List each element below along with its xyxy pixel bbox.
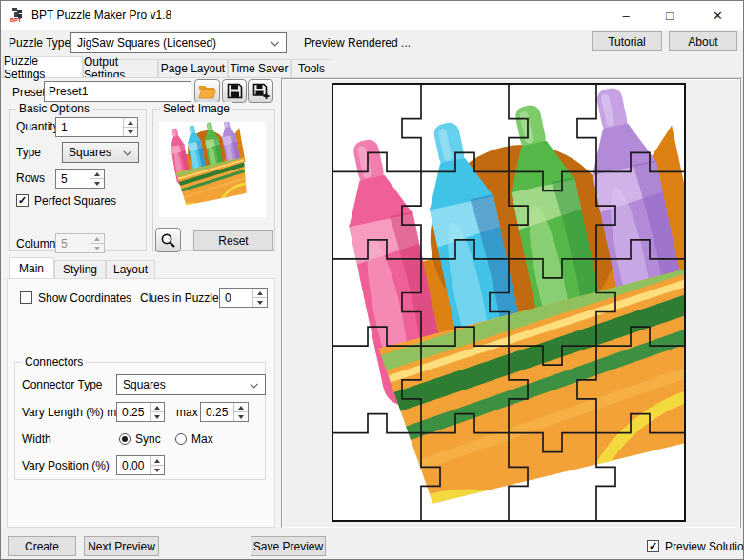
puzzle-type-select[interactable]: JigSaw Squares (Licensed): [70, 32, 287, 53]
width-max-radio[interactable]: [175, 433, 187, 445]
vary-length-min-label: Vary Length (%) min: [22, 406, 126, 419]
quantity-spin-buttons[interactable]: [123, 118, 137, 136]
preview-panel: [281, 78, 741, 529]
vary-position-value: 0.00: [122, 459, 144, 472]
quantity-label: Quantity: [16, 120, 59, 133]
app-icon: BPT: [10, 7, 26, 23]
close-button[interactable]: ✕: [692, 1, 744, 30]
width-label: Width: [22, 432, 51, 446]
clues-stepper[interactable]: 0: [219, 288, 268, 308]
tab-time-saver[interactable]: Time Saver: [228, 59, 291, 77]
vary-length-max-value: 0.25: [206, 406, 228, 419]
columns-spin-buttons: [90, 234, 104, 252]
clues-spin-buttons[interactable]: [252, 289, 267, 307]
tab-layout[interactable]: Layout: [106, 260, 155, 278]
type-label: Type: [16, 146, 41, 159]
maximize-button[interactable]: □: [648, 1, 692, 30]
rows-value: 5: [61, 172, 68, 186]
rows-label: Rows: [16, 171, 45, 185]
svg-text:BPT: BPT: [10, 17, 22, 23]
clues-value: 0: [225, 291, 231, 305]
vary-position-spin-buttons[interactable]: [150, 456, 164, 474]
about-button[interactable]: About: [669, 31, 737, 51]
perfect-squares-checkbox[interactable]: ✓: [16, 194, 29, 207]
quantity-value: 1: [61, 121, 68, 134]
type-value: Squares: [69, 146, 111, 159]
chevron-down-icon: [271, 38, 278, 46]
type-select[interactable]: Squares: [62, 142, 139, 163]
reset-image-button[interactable]: Reset: [193, 230, 273, 251]
connector-type-label: Connector Type: [22, 378, 103, 391]
chevron-down-icon: [250, 380, 257, 388]
vary-position-stepper[interactable]: 0.00: [116, 455, 165, 475]
tab-page-layout[interactable]: Page Layout: [158, 59, 228, 77]
tab-tools[interactable]: Tools: [291, 59, 332, 77]
save-preset-as-button[interactable]: [248, 79, 273, 103]
connectors-title: Connectors: [22, 355, 86, 369]
tutorial-button[interactable]: Tutorial: [592, 31, 662, 51]
preset-input[interactable]: [44, 81, 191, 102]
zoom-image-button[interactable]: [155, 228, 181, 252]
status-text: Preview Rendered ...: [304, 36, 411, 50]
preview-solution-label: Preview Solution: [665, 540, 744, 553]
width-max-label: Max: [191, 432, 213, 446]
puzzle-settings-page: Preset Basic Options: [1, 77, 744, 528]
rows-spin-buttons[interactable]: [90, 170, 104, 188]
show-coordinates-checkbox[interactable]: ✓: [20, 291, 32, 304]
magnifier-icon: [160, 232, 176, 249]
show-coordinates-label: Show Coordinates: [38, 291, 131, 305]
chevron-down-icon: [123, 148, 131, 155]
vary-length-max-stepper[interactable]: 0.25: [200, 402, 249, 422]
tab-puzzle-settings[interactable]: Puzzle Settings: [3, 56, 83, 77]
create-button[interactable]: Create: [8, 536, 76, 556]
width-sync-label: Sync: [135, 432, 161, 446]
save-as-icon: [252, 83, 270, 100]
puzzle-type-label: Puzzle Type: [9, 36, 70, 50]
connector-type-value: Squares: [123, 378, 166, 391]
width-sync-radio[interactable]: [119, 433, 131, 445]
max-spin-buttons[interactable]: [233, 403, 248, 421]
app-window: BPT BPT Puzzle Maker Pro v1.8 – □ ✕ Puzz…: [0, 0, 744, 560]
columns-value: 5: [61, 237, 68, 250]
image-thumbnail[interactable]: [159, 122, 266, 217]
vary-length-min-value: 0.25: [122, 406, 144, 419]
footer-bar: Create Next Preview Save Preview ✓ Previ…: [1, 528, 744, 560]
title-bar: BPT BPT Puzzle Maker Pro v1.8 – □ ✕: [1, 1, 743, 30]
min-spin-buttons[interactable]: [150, 403, 164, 421]
vary-length-min-stepper[interactable]: 0.25: [116, 402, 165, 422]
puzzle-preview: [332, 83, 686, 522]
quantity-stepper[interactable]: 1: [55, 117, 138, 137]
vary-length-max-label: max: [176, 406, 198, 419]
window-title: BPT Puzzle Maker Pro v1.8: [31, 1, 171, 30]
puzzle-type-value: JigSaw Squares (Licensed): [77, 36, 216, 50]
connector-type-select[interactable]: Squares: [116, 374, 266, 395]
next-preview-button[interactable]: Next Preview: [84, 536, 159, 556]
tab-main[interactable]: Main: [9, 257, 54, 278]
open-preset-button[interactable]: [194, 79, 220, 103]
vary-position-label: Vary Position (%): [22, 459, 110, 472]
save-preview-button[interactable]: Save Preview: [251, 536, 326, 556]
preset-label: Preset: [12, 86, 46, 99]
tab-output-settings[interactable]: Output Settings: [83, 59, 158, 77]
columns-stepper: 5: [55, 233, 105, 253]
perfect-squares-label: Perfect Squares: [34, 194, 116, 208]
clues-label: Clues in Puzzle: [140, 291, 219, 305]
basic-options-title: Basic Options: [16, 102, 92, 115]
folder-icon: [198, 84, 216, 99]
preview-solution-checkbox[interactable]: ✓: [647, 540, 659, 552]
tab-styling[interactable]: Styling: [54, 260, 106, 278]
minimize-button[interactable]: –: [604, 1, 648, 30]
save-icon: [227, 83, 243, 99]
save-preset-button[interactable]: [222, 79, 247, 103]
select-image-title: Select Image: [160, 102, 232, 115]
rows-stepper[interactable]: 5: [55, 169, 105, 189]
